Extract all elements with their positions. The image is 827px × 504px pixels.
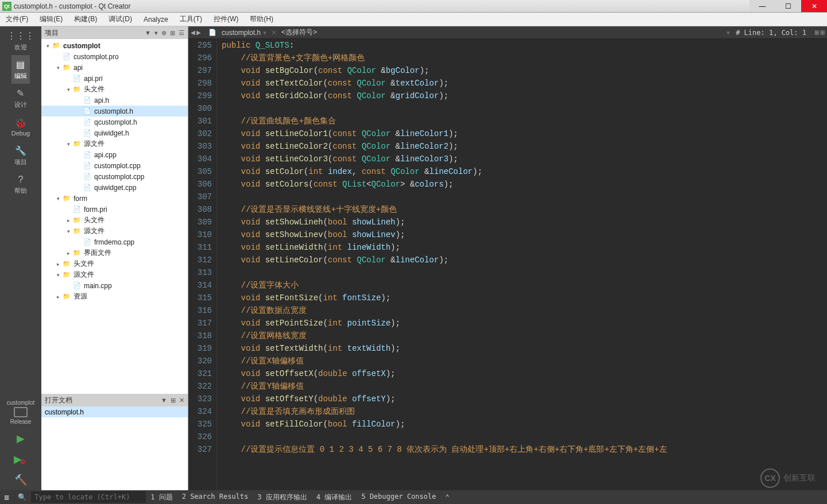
output-pane-tab[interactable]: 5 Debugger Console: [357, 493, 440, 501]
tree-item[interactable]: ▾📁源文件: [41, 269, 188, 280]
tree-item[interactable]: ▸📁界面文件: [41, 247, 188, 258]
tree-item[interactable]: ▾📁customplot: [41, 40, 188, 51]
kit-build: Release: [10, 418, 32, 425]
panel-header-icon[interactable]: ⊞: [171, 397, 176, 404]
menu-item[interactable]: Analyze: [138, 13, 174, 26]
mode-项目[interactable]: 🔧项目: [11, 141, 30, 170]
build-button[interactable]: 🔨: [14, 470, 28, 490]
tree-item[interactable]: 📄form.pri: [41, 204, 188, 215]
editor-area: ◀ ▶ 📄 customplot.h ▾ ✕ <选择符号> ▾ # Line: …: [188, 26, 827, 490]
mode-icon: ▤: [15, 59, 26, 71]
panel-header-icon[interactable]: ▼: [145, 29, 151, 37]
panel-header-icon[interactable]: ▾: [154, 29, 158, 37]
output-pane-tab[interactable]: 2 Search Results: [177, 493, 253, 501]
tree-item[interactable]: 📄main.cpp: [41, 280, 188, 291]
window-controls: — ☐ ✕: [749, 0, 827, 12]
tree-item[interactable]: 📄quiwidget.h: [41, 127, 188, 138]
expand-output-icon[interactable]: ⌃: [440, 490, 454, 504]
tree-item[interactable]: ▾📁源文件: [41, 138, 188, 149]
split-vertical-icon[interactable]: ⊞: [820, 29, 825, 36]
projects-header: 项目 ▼▾⊕⊞☰: [41, 26, 188, 39]
window-title: customplot.h - customplot - Qt Creator: [14, 2, 749, 10]
tree-item[interactable]: 📄api.pri: [41, 73, 188, 84]
tree-item[interactable]: 📄frmdemo.cpp: [41, 237, 188, 247]
code-editor[interactable]: 2952962972982993003013023033043053063073…: [188, 39, 827, 490]
watermark-logo-icon: CX: [760, 468, 780, 488]
panel-header-icon[interactable]: ✕: [179, 397, 184, 404]
mode-编辑[interactable]: ▤编辑: [11, 55, 30, 84]
project-tree[interactable]: ▾📁customplot📄customplot.pro▾📁api📄api.pri…: [41, 39, 188, 394]
tree-item[interactable]: 📄qcustomplot.cpp: [41, 171, 188, 182]
tree-item[interactable]: ▾📁头文件: [41, 84, 188, 95]
debug-run-button[interactable]: ▶🐞: [14, 449, 28, 470]
file-tab[interactable]: 📄 customplot.h ▾: [203, 26, 271, 38]
tree-item[interactable]: ▸📁头文件: [41, 215, 188, 226]
output-pane-tab[interactable]: 3 应用程序输出: [253, 493, 311, 502]
symbol-selector[interactable]: <选择符号>: [277, 28, 322, 37]
watermark-text: 创新互联: [783, 473, 816, 483]
tree-item[interactable]: ▾📁api: [41, 62, 188, 73]
panel-header-icon[interactable]: ⊞: [170, 29, 175, 37]
file-h-icon: 📄: [83, 96, 92, 105]
nav-back-icon[interactable]: ◀: [191, 29, 195, 36]
nav-forward-icon[interactable]: ▶: [196, 29, 201, 36]
tree-item[interactable]: 📄api.cpp: [41, 149, 188, 160]
kit-selector[interactable]: customplot Release: [0, 396, 41, 428]
folder-icon: 📁: [62, 194, 71, 203]
open-documents-title: 打开文档: [45, 396, 72, 405]
locator-input[interactable]: [31, 491, 146, 503]
menu-item[interactable]: 工具(T): [174, 13, 208, 26]
projects-title: 项目: [45, 28, 59, 38]
tree-item[interactable]: 📄customplot.h: [41, 106, 188, 117]
menu-item[interactable]: 文件(F): [0, 13, 34, 26]
close-button[interactable]: ✕: [801, 0, 827, 12]
menu-item[interactable]: 帮助(H): [244, 13, 279, 26]
tree-item[interactable]: ▾📁form: [41, 193, 188, 204]
tree-item[interactable]: ▸📁头文件: [41, 258, 188, 269]
menu-item[interactable]: 编辑(E): [34, 13, 68, 26]
tree-item[interactable]: 📄customplot.pro: [41, 51, 188, 62]
file-h-icon: 📄: [83, 118, 92, 127]
side-panel: 项目 ▼▾⊕⊞☰ ▾📁customplot📄customplot.pro▾📁ap…: [41, 26, 188, 490]
panel-header-icon[interactable]: ⊕: [161, 29, 167, 37]
panel-header-icon[interactable]: ☰: [179, 29, 184, 37]
run-button[interactable]: ▶: [14, 428, 28, 449]
search-icon: 🔍: [13, 490, 31, 504]
panel-header-icon[interactable]: ▼: [161, 397, 167, 404]
tree-item[interactable]: ▸📁资源: [41, 291, 188, 302]
open-documents-list[interactable]: customplot.h: [41, 406, 188, 490]
folder-icon: 📁: [62, 292, 71, 301]
mode-icon: 🔧: [15, 145, 26, 157]
file-cpp-icon: 📄: [83, 172, 92, 181]
file-pro-icon: 📄: [72, 205, 82, 214]
code-content[interactable]: public Q_SLOTS: //设置背景色+文字颜色+网格颜色 void s…: [217, 39, 827, 490]
folder-icon: 📁: [62, 270, 71, 280]
open-doc-item[interactable]: customplot.h: [41, 406, 188, 417]
mode-设计[interactable]: ✎设计: [11, 84, 30, 113]
toggle-sidebar-icon[interactable]: ▥: [0, 490, 13, 504]
maximize-button[interactable]: ☐: [775, 0, 801, 12]
folder-icon: 📁: [72, 139, 82, 149]
folder-icon: 📁: [62, 63, 71, 72]
output-pane-tab[interactable]: 1 问题: [146, 493, 177, 502]
line-column-indicator[interactable]: # Line: 1, Col: 1: [730, 29, 812, 37]
separator: ✕: [271, 29, 277, 37]
tree-item[interactable]: 📄customplot.cpp: [41, 160, 188, 171]
mode-icon: ✎: [15, 88, 26, 99]
split-horizontal-icon[interactable]: ⊞: [814, 29, 819, 36]
tree-item[interactable]: 📄qcustomplot.h: [41, 117, 188, 127]
output-pane-tab[interactable]: 4 编译输出: [312, 493, 357, 502]
mode-帮助[interactable]: ?帮助: [11, 170, 30, 199]
mode-欢迎[interactable]: ⋮⋮⋮欢迎: [11, 26, 30, 55]
statusbar: ▥ 🔍 1 问题2 Search Results3 应用程序输出4 编译输出5 …: [0, 490, 827, 504]
file-cpp-icon: 📄: [72, 281, 82, 290]
menu-item[interactable]: 构建(B): [68, 13, 103, 26]
tree-item[interactable]: 📄api.h: [41, 95, 188, 106]
menu-item[interactable]: 调试(D): [103, 13, 138, 26]
minimize-button[interactable]: —: [749, 0, 775, 12]
mode-Debug[interactable]: 🐞Debug: [11, 113, 30, 141]
folder-icon: 📁: [72, 249, 82, 258]
tree-item[interactable]: ▾📁源文件: [41, 226, 188, 237]
menu-item[interactable]: 控件(W): [208, 13, 244, 26]
tree-item[interactable]: 📄quiwidget.cpp: [41, 182, 188, 193]
